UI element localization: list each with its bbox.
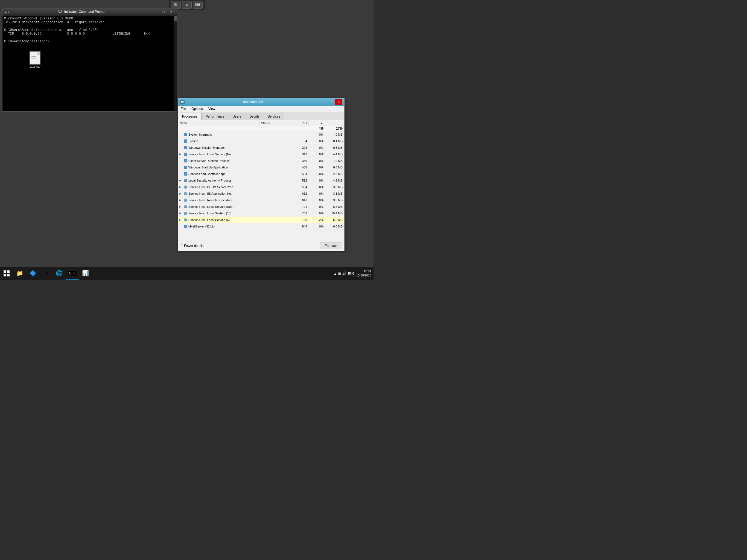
process-table-container: Name Status PID ▲ 4% 17% System interrup… [178, 120, 344, 240]
table-row[interactable]: Client Server Runtime Process3400%1.0 MB [178, 157, 344, 164]
process-icon [183, 166, 187, 169]
expand-arrow[interactable]: ▶ [179, 185, 182, 188]
expand-arrow[interactable]: ▶ [179, 212, 182, 215]
tray-volume-icon[interactable]: 🔊 [342, 272, 346, 276]
table-row[interactable]: ▶Service Host: Remote Procedure...6160%3… [178, 197, 344, 203]
process-status-cell [259, 167, 292, 168]
table-row[interactable]: ▶Service Host: IIS Application Ho...6120… [178, 190, 344, 197]
process-cpu-cell: 0% [309, 172, 325, 176]
stat-memory: 17% [325, 126, 344, 131]
table-row[interactable]: ▶Service Host: Local Service (Net...7240… [178, 203, 344, 210]
taskbar-app-powershell[interactable]: 🔷 [26, 267, 40, 280]
fewer-details-button[interactable]: ⌃ Fewer details [180, 244, 203, 248]
tray-arrow-icon[interactable]: ▲ [333, 272, 337, 276]
cmd-maximize-button[interactable]: □ [160, 9, 167, 15]
process-cpu-cell: 0% [309, 165, 325, 170]
column-name[interactable]: Name [178, 120, 259, 126]
taskbar-app-cmd[interactable]: C:\ [66, 267, 79, 280]
taskmanager-bottom: ⌃ Fewer details End task [178, 240, 344, 251]
process-memory-cell: 8.7 MB [325, 205, 344, 209]
menu-options[interactable]: Options [190, 106, 204, 111]
taskmanager-titlebar: 📊 Task Manager ─ □ ✕ [178, 98, 344, 106]
process-memory-cell: 0.3 MB [325, 146, 344, 150]
process-pid-cell: 616 [292, 198, 309, 202]
table-row[interactable]: ▶Service Host: Local System (13)7520%15.… [178, 210, 344, 217]
cmd-scrollbar[interactable] [174, 16, 177, 111]
tab-users[interactable]: Users [229, 113, 245, 120]
chrome-icon: 🌐 [56, 270, 62, 276]
column-cpu[interactable]: ▲ [309, 120, 325, 126]
cmd-scrollbar-thumb[interactable] [174, 16, 177, 21]
expand-arrow[interactable]: ▶ [179, 153, 182, 156]
taskbar-app-file-manager[interactable]: 🗂 [40, 267, 52, 280]
start-button[interactable] [0, 267, 13, 280]
end-task-button[interactable]: End task [320, 243, 342, 249]
powershell-icon: 🔷 [29, 270, 36, 276]
process-list[interactable]: System interrupts-0%0 MB System40%0.1 MB… [178, 131, 344, 240]
process-name-cell: ▶Local Security Authority Process [178, 178, 259, 183]
table-row[interactable]: System40%0.1 MB [178, 138, 344, 144]
taskbar-language[interactable]: ENG [348, 272, 355, 275]
fewer-details-label: Fewer details [184, 244, 203, 248]
table-row[interactable]: Windows Start-Up Application4080%0.6 MB [178, 164, 344, 171]
table-row[interactable]: ▶Service Host: Local Service (6)7880.2%5… [178, 217, 344, 223]
tab-details[interactable]: Details [245, 113, 264, 120]
menu-view[interactable]: View [207, 106, 216, 111]
menu-file[interactable]: File [180, 106, 187, 111]
process-name-text: Service Host: Local Service (No ... [188, 153, 234, 156]
process-name-cell: Windows Start-Up Application [178, 165, 259, 170]
table-row[interactable]: ▶Local Security Authority Process5120%4.… [178, 177, 344, 184]
taskmanager-close-button[interactable]: ✕ [335, 99, 342, 105]
table-row[interactable]: System interrupts-0%0 MB [178, 131, 344, 138]
process-name-text: Service Host: IIS Application Ho... [188, 192, 233, 195]
column-pid[interactable]: PID [292, 120, 309, 126]
process-name-cell: ▶Service Host: Local Service (Net... [178, 204, 259, 209]
taskbar-app-chrome[interactable]: 🌐 [52, 267, 66, 280]
keyboard-button[interactable]: ⌨ [193, 1, 203, 9]
process-name-text: Service Host: Local Service (6) [188, 218, 230, 222]
process-name-text: Service Host: Local Service (Net... [188, 205, 234, 208]
column-status[interactable]: Status [259, 120, 292, 126]
expand-arrow[interactable]: ▶ [179, 218, 182, 221]
table-row[interactable]: ▶Service Host: DCOM Server Proc...5840%3… [178, 184, 344, 190]
taskmanager-maximize-button[interactable]: □ [327, 99, 334, 105]
desktop-icon-testfile[interactable]: ──── ──── ──── test file [24, 51, 46, 69]
table-row[interactable]: Windows Session Manager2280%0.3 MB [178, 144, 344, 151]
taskbar-date: 13/10/2016 [356, 274, 371, 278]
process-name-cell: Services and Controller app [178, 172, 259, 176]
expand-arrow[interactable]: ▶ [179, 192, 182, 195]
tab-performance[interactable]: Performance [202, 113, 229, 120]
cmd-taskbar-icon: C:\ [68, 271, 76, 276]
column-memory[interactable] [325, 120, 344, 126]
table-row[interactable]: hMailServer (32 bit)8440%6.0 MB [178, 223, 344, 230]
desktop-icon-image: ──── ──── ──── [29, 51, 41, 65]
cmd-minimize-button[interactable]: ─ [152, 9, 159, 15]
tab-services[interactable]: Services [264, 113, 284, 120]
process-icon [183, 179, 187, 182]
taskbar-app-file-explorer[interactable]: 📁 [13, 267, 26, 280]
taskmanager-menubar: File Options View [178, 106, 344, 112]
process-cpu-cell: 0% [309, 159, 325, 163]
process-memory-cell: 3.1 MB [325, 192, 344, 196]
process-name-text: Service Host: Local System (13) [188, 212, 231, 215]
taskmanager-minimize-button[interactable]: ─ [319, 99, 327, 105]
table-row[interactable]: Services and Controller app5040%2.8 MB [178, 171, 344, 177]
cmd-close-button[interactable]: ✕ [168, 9, 175, 15]
taskbar-app-taskmanager[interactable]: 📊 [79, 267, 92, 280]
taskbar-clock[interactable]: 10:51 13/10/2016 [356, 269, 371, 278]
tray-network-icon[interactable]: ⊞ [338, 272, 341, 276]
table-row[interactable]: ▶Service Host: Local Service (No ...3120… [178, 151, 344, 157]
menu-button[interactable]: ≡ [182, 1, 192, 9]
taskmanager-tabs: Processes Performance Users Details Serv… [178, 112, 344, 120]
stat-cpu: 4% [309, 126, 325, 131]
process-status-cell [259, 206, 292, 207]
process-memory-cell: 2.8 MB [325, 172, 344, 176]
expand-arrow[interactable]: ▶ [179, 179, 182, 182]
process-name-cell: ▶Service Host: Remote Procedure... [178, 198, 259, 203]
tab-processes[interactable]: Processes [178, 113, 202, 120]
start-icon [4, 271, 9, 276]
process-status-cell [259, 219, 292, 221]
expand-arrow[interactable]: ▶ [179, 205, 182, 208]
taskbar-apps: 📁 🔷 🗂 🌐 C:\ 📊 [13, 267, 92, 280]
expand-arrow[interactable]: ▶ [179, 199, 182, 202]
